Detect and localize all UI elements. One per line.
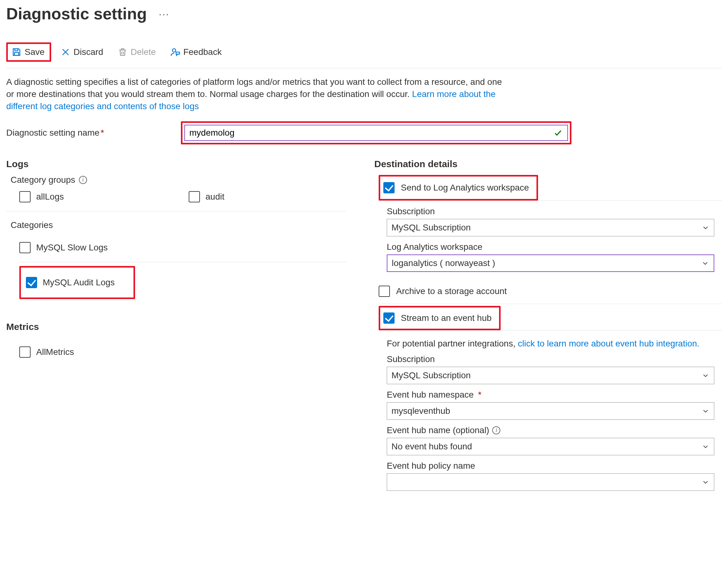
audit-logs-highlight: MySQL Audit Logs [19,266,135,299]
eh-policy-select[interactable] [387,473,714,491]
close-icon [61,47,70,57]
audit-logs-checkbox[interactable] [26,277,37,288]
info-icon[interactable]: i [492,426,500,434]
required-asterisk: * [478,390,482,400]
alllogs-checkbox[interactable] [19,191,31,202]
feedback-button[interactable]: Feedback [167,44,227,60]
audit-logs-label: MySQL Audit Logs [43,278,115,288]
save-icon [12,47,22,57]
partner-link[interactable]: click to learn more about event hub inte… [518,339,699,348]
law-workspace-select[interactable]: loganalytics ( norwayeast ) [387,254,714,272]
allmetrics-label: AllMetrics [36,347,74,357]
category-groups-label: Category groups i [11,175,356,185]
eh-subscription-value: MySQL Subscription [391,370,471,380]
subscription-value: MySQL Subscription [391,223,471,233]
eventhub-label: Stream to an event hub [401,313,492,323]
eh-namespace-label: Event hub namespace* [387,390,722,400]
alllogs-label: allLogs [36,192,64,202]
required-asterisk: * [101,128,104,138]
allmetrics-checkbox[interactable] [19,346,31,358]
delete-button: Delete [114,44,161,60]
svg-rect-0 [14,52,18,55]
feedback-button-label: Feedback [183,47,222,57]
archive-label: Archive to a storage account [396,286,507,296]
valid-check-icon [554,128,562,137]
audit-group-label: audit [206,192,225,202]
chevron-down-icon [702,224,709,231]
toolbar: Save Discard Delete [6,42,722,68]
audit-group-checkbox[interactable] [189,191,200,202]
eh-subscription-select[interactable]: MySQL Subscription [387,367,714,384]
eh-name-value: No event hubs found [391,442,472,452]
feedback-icon [170,47,180,57]
chevron-down-icon [702,479,709,486]
archive-checkbox[interactable] [379,286,390,297]
law-highlight: Send to Log Analytics workspace [379,175,538,201]
save-button[interactable]: Save [6,42,51,62]
chevron-down-icon [702,443,709,450]
page-title: Diagnostic setting [6,4,147,23]
eh-namespace-value: mysqleventhub [391,406,450,416]
law-checkbox[interactable] [383,182,395,193]
delete-button-label: Delete [131,47,156,57]
eh-policy-label: Event hub policy name [387,461,722,471]
setting-name-highlight [181,121,571,144]
eh-name-label: Event hub name (optional) i [387,425,722,435]
partner-note: For potential partner integrations, clic… [387,339,722,349]
chevron-down-icon [702,260,709,267]
more-actions-button[interactable]: ··· [159,8,169,20]
setting-name-input[interactable] [184,125,568,141]
categories-label: Categories [11,220,356,230]
metrics-heading: Metrics [6,322,356,332]
logs-heading: Logs [6,159,356,169]
eventhub-checkbox[interactable] [383,312,395,324]
divider [379,330,722,331]
law-workspace-label: Log Analytics workspace [387,242,722,252]
law-workspace-value: loganalytics ( norwayeast ) [392,258,495,268]
save-button-label: Save [25,47,45,57]
info-icon[interactable]: i [79,176,87,184]
trash-icon [118,47,128,57]
destination-heading: Destination details [374,159,722,169]
slow-logs-label: MySQL Slow Logs [36,243,108,253]
slow-logs-checkbox[interactable] [19,242,31,253]
svg-point-1 [172,49,176,52]
discard-button-label: Discard [74,47,103,57]
subscription-select[interactable]: MySQL Subscription [387,219,714,236]
subscription-label: Subscription [387,206,722,216]
chevron-down-icon [702,408,709,414]
law-label: Send to Log Analytics workspace [401,183,529,193]
eventhub-highlight: Stream to an event hub [379,306,501,330]
setting-name-label: Diagnostic setting name* [6,128,181,138]
chevron-down-icon [702,372,709,379]
eh-subscription-label: Subscription [387,354,722,364]
eh-namespace-select[interactable]: mysqleventhub [387,402,714,420]
discard-button[interactable]: Discard [57,44,108,60]
help-text: A diagnostic setting specifies a list of… [6,76,508,113]
eh-name-select[interactable]: No event hubs found [387,438,714,455]
